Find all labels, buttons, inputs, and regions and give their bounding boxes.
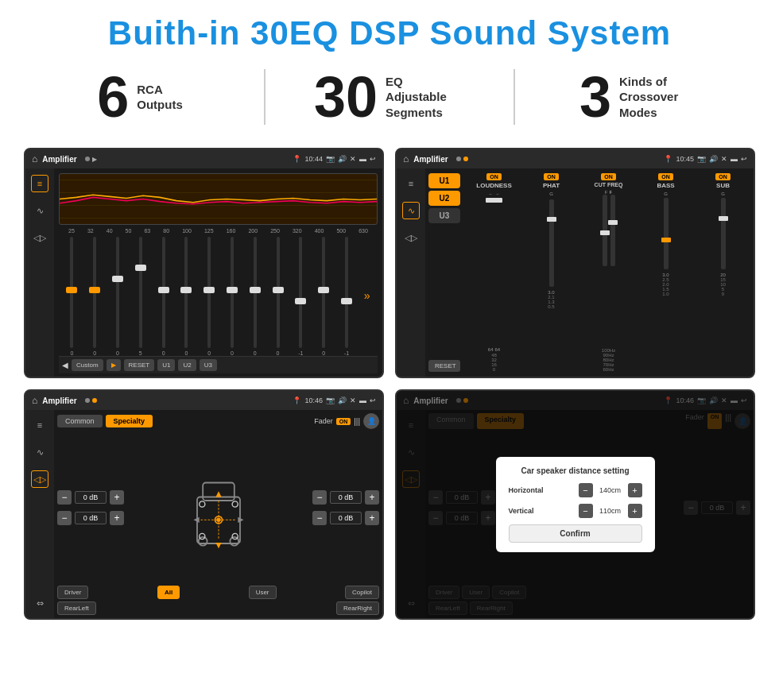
eq-sidebar-icon-1[interactable]: ≡ [31, 175, 48, 192]
eq-prev-btn[interactable]: ◀ [62, 361, 68, 369]
crossover-sidebar-icon-2[interactable]: ∿ [402, 202, 420, 219]
loudness-title: LOUDNESS [476, 182, 511, 189]
db-value-1: 0 dB [75, 491, 107, 504]
db-plus-2[interactable]: + [110, 511, 124, 525]
db-plus-3[interactable]: + [365, 490, 379, 505]
fader-driver-btn[interactable]: Driver [57, 586, 88, 599]
eq-slider-3[interactable]: 0 [110, 235, 125, 356]
sub-on-badge[interactable]: ON [715, 173, 731, 180]
eq-reset-btn[interactable]: RESET [124, 359, 155, 371]
dialog-vertical-controls: − 110cm + [579, 504, 642, 518]
eq-slider-9[interactable]: 0 [248, 235, 262, 356]
u2-btn[interactable]: U2 [428, 191, 460, 206]
db-minus-1[interactable]: − [57, 490, 72, 505]
fader-on-toggle[interactable]: ON [336, 418, 351, 425]
fader-db-row-1: − 0 dB + [57, 490, 124, 505]
loudness-on-badge[interactable]: ON [486, 173, 502, 180]
horizontal-plus-btn[interactable]: + [628, 483, 642, 497]
eq-slider-11[interactable]: -1 [293, 235, 308, 356]
fader-sidebar-icon-4[interactable]: ⇔ [31, 594, 48, 612]
fader-label: Fader [314, 417, 333, 425]
fader-tab-common[interactable]: Common [57, 415, 103, 427]
u1-btn[interactable]: U1 [428, 173, 460, 188]
eq-u2-btn[interactable]: U2 [178, 359, 196, 371]
stat-label-crossover: Kinds of Crossover Modes [619, 74, 699, 121]
fader-rearright-btn[interactable]: RearRight [336, 601, 379, 615]
fader-db-row-2: − 0 dB + [57, 511, 124, 525]
fader-time: 10:46 [304, 396, 323, 404]
eq-slider-8[interactable]: 0 [225, 235, 239, 356]
fader-copilot-btn[interactable]: Copilot [345, 586, 379, 599]
fader-home-icon[interactable]: ⌂ [32, 395, 37, 406]
car-svg [183, 460, 254, 555]
phat-section: ON PHAT G 3.0 2.1 1.3 0.5 [524, 173, 579, 372]
crossover-main: U1 U2 U3 RESET ON LOUDNESS ~ [425, 168, 754, 377]
fader-all-btn[interactable]: All [157, 586, 180, 599]
svg-point-10 [232, 533, 238, 539]
fader-rearleft-btn[interactable]: RearLeft [57, 601, 96, 615]
cross-reset-btn[interactable]: RESET [428, 360, 460, 372]
svg-point-11 [216, 517, 220, 521]
home-icon[interactable]: ⌂ [32, 153, 37, 164]
eq-slider-5[interactable]: 0 [157, 235, 171, 356]
eq-sidebar: ≡ ∿ ◁▷ [25, 168, 54, 377]
eq-slider-4[interactable]: 5 [134, 235, 148, 356]
crossover-status [456, 157, 468, 161]
fader-sidebar-icon-2[interactable]: ∿ [31, 443, 48, 461]
cutfreq-on-badge[interactable]: ON [601, 173, 616, 180]
bass-on-badge[interactable]: ON [658, 173, 673, 180]
eq-topbar-right: 📍 10:44 📷 🔊 ✕ ▬ ↩ [293, 155, 376, 163]
eq-sidebar-icon-2[interactable]: ∿ [31, 202, 48, 219]
db-minus-4[interactable]: − [312, 511, 327, 525]
fader-tab-specialty[interactable]: Specialty [106, 415, 153, 427]
crossover-topbar: ⌂ Amplifier 📍 10:45 📷 🔊 ✕ ▬ ↩ [397, 149, 754, 168]
horizontal-minus-btn[interactable]: − [579, 483, 593, 497]
eq-arrow-right[interactable]: » [362, 235, 372, 356]
fader-sidebar-icon-3[interactable]: ◁▷ [31, 470, 48, 488]
db-plus-1[interactable]: + [110, 490, 124, 505]
screenshots-grid: ⌂ Amplifier ▶ 📍 10:44 📷 🔊 ✕ ▬ ↩ ≡ ∿ ◁▷ [0, 140, 779, 636]
db-plus-4[interactable]: + [365, 511, 379, 525]
db-minus-2[interactable]: − [57, 511, 72, 525]
eq-slider-7[interactable]: 0 [202, 235, 216, 356]
crossover-pin-icon: 📍 [664, 155, 672, 163]
dialog-overlay: Car speaker distance setting Horizontal … [397, 391, 754, 618]
eq-slider-13[interactable]: -1 [339, 235, 354, 356]
stat-divider-2 [514, 69, 515, 125]
crossover-min-icon: ▬ [731, 155, 738, 163]
u3-btn[interactable]: U3 [428, 208, 460, 223]
fader-body: − 0 dB + − 0 dB + [57, 432, 379, 582]
eq-slider-12[interactable]: 0 [316, 235, 331, 356]
phat-on-badge[interactable]: ON [544, 173, 559, 180]
eq-slider-1[interactable]: 0 [64, 235, 79, 356]
svg-point-7 [199, 501, 204, 506]
eq-slider-10[interactable]: 0 [271, 235, 285, 356]
fader-main: Common Specialty Fader ON ||| 👤 − 0 dB + [54, 410, 382, 618]
screen-eq: ⌂ Amplifier ▶ 📍 10:44 📷 🔊 ✕ ▬ ↩ ≡ ∿ ◁▷ [24, 148, 384, 378]
eq-slider-6[interactable]: 0 [179, 235, 193, 356]
crossover-close-icon: ✕ [721, 155, 727, 163]
crossover-sidebar-icon-3[interactable]: ◁▷ [402, 229, 420, 246]
eq-sidebar-icon-3[interactable]: ◁▷ [31, 229, 48, 246]
crossover-back-icon[interactable]: ↩ [741, 155, 747, 163]
eq-u1-btn[interactable]: U1 [157, 359, 175, 371]
fader-user-btn[interactable]: User [249, 586, 277, 599]
car-diagram [130, 432, 306, 582]
db-minus-3[interactable]: − [312, 490, 327, 505]
fader-left-controls: − 0 dB + − 0 dB + [57, 432, 124, 582]
sub-title: SUB [716, 182, 730, 189]
fader-back-icon[interactable]: ↩ [370, 396, 376, 404]
back-icon[interactable]: ↩ [370, 155, 376, 163]
eq-play-btn[interactable]: ▶ [107, 359, 121, 371]
eq-custom-btn[interactable]: Custom [72, 359, 103, 371]
vertical-plus-btn[interactable]: + [628, 504, 642, 518]
crossover-sidebar-icon-1[interactable]: ≡ [402, 175, 420, 192]
crossover-home-icon[interactable]: ⌂ [403, 153, 409, 164]
vertical-minus-btn[interactable]: − [579, 504, 593, 518]
confirm-button[interactable]: Confirm [509, 524, 642, 543]
eq-u3-btn[interactable]: U3 [200, 359, 217, 371]
stat-label-eq: EQ Adjustable Segments [386, 74, 465, 121]
fader-sidebar-icon-1[interactable]: ≡ [31, 416, 48, 434]
eq-slider-2[interactable]: 0 [87, 235, 102, 356]
fader-person-icon[interactable]: 👤 [363, 413, 379, 429]
